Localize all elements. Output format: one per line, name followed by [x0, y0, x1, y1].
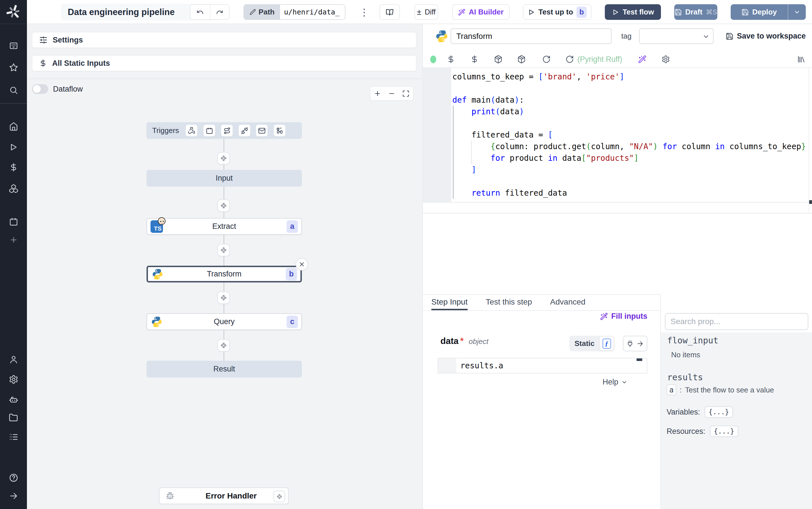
ai-assistant-button[interactable]: [638, 55, 647, 65]
variable-picker-button[interactable]: [447, 55, 455, 65]
path-value[interactable]: u/henri/data_: [280, 5, 345, 19]
sidebar-item-resources[interactable]: [0, 182, 27, 194]
add-step-button[interactable]: [217, 244, 230, 256]
input-expression-editor[interactable]: results.a: [438, 358, 647, 373]
add-step-button[interactable]: [217, 199, 230, 212]
zoom-in-button[interactable]: [374, 90, 381, 97]
step-node-transform[interactable]: Transform b: [147, 266, 302, 282]
ai-builder-button[interactable]: AI Builder: [452, 4, 510, 20]
zoom-out-button[interactable]: [388, 90, 395, 97]
resource-picker-button[interactable]: [494, 55, 503, 65]
editor-bottom-divider: [423, 202, 812, 203]
flow-canvas[interactable]: Settings All Static Inputs Dataflow: [27, 24, 422, 509]
python-icon: [150, 316, 163, 328]
code-editor[interactable]: columns_to_keep = ['brand', 'price'] def…: [423, 68, 812, 202]
javascript-mode-button[interactable]: ƒ: [600, 337, 614, 350]
flow-input-section-label[interactable]: flow_input: [667, 335, 718, 345]
library-panel-button[interactable]: [797, 55, 806, 65]
step-node-extract[interactable]: TS Extract a: [147, 218, 302, 235]
fill-inputs-button[interactable]: Fill inputs: [423, 312, 647, 321]
step-node-query[interactable]: Query c: [147, 313, 302, 330]
sidebar-item-schedules[interactable]: [0, 215, 27, 228]
sidebar-item-search[interactable]: [0, 84, 27, 96]
tab-test-this-step[interactable]: Test this step: [486, 295, 532, 310]
docs-button[interactable]: [379, 4, 400, 20]
deploy-button[interactable]: Deploy: [731, 4, 806, 20]
add-step-button[interactable]: [217, 152, 230, 165]
sidebar-item-help[interactable]: [0, 472, 27, 484]
input-mode-toggle[interactable]: Static ƒ: [569, 336, 615, 351]
resize-handle[interactable]: [809, 200, 812, 204]
sidebar-item-add[interactable]: [0, 234, 27, 246]
help-button[interactable]: Help: [602, 378, 627, 386]
deploy-main[interactable]: Deploy: [731, 8, 788, 16]
save-to-workspace-button[interactable]: Save to workspace: [726, 28, 806, 44]
sidebar-item-folders[interactable]: [0, 411, 27, 424]
deselect-step-button[interactable]: [296, 258, 308, 271]
plus-outline-icon: [220, 294, 227, 301]
sidebar-item-account[interactable]: [0, 353, 27, 366]
sidebar-item-runs[interactable]: [0, 141, 27, 154]
results-section-label[interactable]: results: [667, 372, 703, 382]
flow-edge: [224, 235, 224, 244]
tab-advanced[interactable]: Advanced: [550, 295, 586, 310]
sidebar-item-expand[interactable]: [0, 490, 27, 502]
sidebar-item-home[interactable]: [0, 120, 27, 133]
add-step-button[interactable]: [217, 339, 230, 352]
magic-wand-icon: [638, 55, 647, 64]
variables-value-badge[interactable]: {...}: [705, 406, 733, 418]
sidebar-item-logs[interactable]: [0, 431, 27, 443]
route-trigger-button[interactable]: [221, 125, 233, 136]
draft-button[interactable]: Draft ⌘S: [674, 4, 717, 20]
reset-picker-button[interactable]: [517, 55, 526, 65]
deploy-dropdown-button[interactable]: [788, 9, 806, 15]
fit-view-button[interactable]: [402, 90, 410, 97]
path-control[interactable]: Path u/henri/data_: [244, 4, 345, 20]
webhook-trigger-button[interactable]: [186, 125, 197, 136]
tab-step-input[interactable]: Step Input: [431, 295, 468, 310]
sidebar-item-settings[interactable]: [0, 373, 27, 386]
email-trigger-button[interactable]: [256, 125, 267, 136]
expression-value[interactable]: results.a: [460, 359, 503, 373]
result-node[interactable]: Result: [147, 361, 302, 377]
tag-select[interactable]: [639, 28, 714, 44]
dataflow-toggle[interactable]: [32, 84, 48, 94]
add-error-handler-button[interactable]: [273, 490, 285, 502]
contextual-variable-button[interactable]: [470, 55, 479, 65]
reload-button[interactable]: [542, 55, 551, 65]
windmill-logo[interactable]: [0, 0, 27, 24]
test-up-to-button[interactable]: Test up to b: [523, 4, 591, 20]
websocket-trigger-button[interactable]: [238, 125, 250, 136]
search-icon: [9, 86, 18, 95]
sidebar-item-apps[interactable]: [0, 40, 27, 52]
flow-settings-card[interactable]: Settings: [32, 32, 416, 48]
package-icon: [494, 55, 503, 64]
result-key-badge[interactable]: a: [667, 384, 676, 395]
input-node[interactable]: Input: [147, 170, 302, 186]
add-step-button[interactable]: [217, 292, 230, 304]
test-up-to-step-badge: b: [577, 6, 587, 18]
library-icon: [797, 55, 806, 64]
python-icon: [435, 29, 449, 43]
poll-trigger-button[interactable]: [274, 125, 285, 136]
sidebar-item-workers[interactable]: [0, 393, 27, 406]
redo-button[interactable]: [210, 5, 229, 19]
resources-value-badge[interactable]: {...}: [710, 426, 738, 437]
error-handler-node[interactable]: Error Handler: [159, 487, 289, 504]
test-flow-button[interactable]: Test flow: [605, 4, 661, 20]
code-content[interactable]: columns_to_keep = ['brand', 'price'] def…: [452, 71, 806, 199]
editor-settings-button[interactable]: [662, 55, 670, 65]
diff-button[interactable]: ± Diff: [414, 4, 438, 20]
sidebar-item-favorites[interactable]: [0, 61, 27, 74]
more-menu-button[interactable]: ⋮: [358, 4, 370, 20]
schedule-trigger-button[interactable]: [204, 125, 215, 136]
result-item-row[interactable]: a : Test the flow to see a value: [667, 384, 774, 395]
step-name-input[interactable]: [451, 28, 612, 44]
all-static-inputs-card[interactable]: All Static Inputs: [32, 55, 416, 71]
triggers-node[interactable]: Triggers: [147, 122, 302, 139]
sidebar-item-variables[interactable]: [0, 161, 27, 174]
connect-input-button[interactable]: [623, 336, 647, 351]
reload-lsp-button[interactable]: [565, 55, 574, 65]
undo-button[interactable]: [190, 5, 210, 19]
search-prop-input[interactable]: [665, 313, 808, 330]
